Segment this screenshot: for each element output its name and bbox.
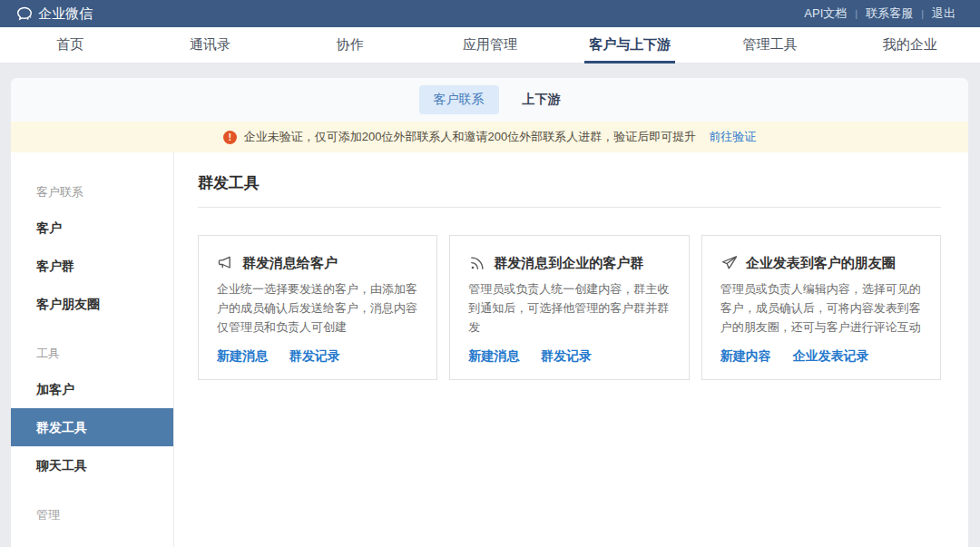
nav-tab-customers[interactable]: 客户与上下游 xyxy=(560,27,700,63)
card-description: 管理员或负责人统一创建内容，群主收到通知后，可选择他管理的客户群并群发 xyxy=(468,279,670,337)
card-title: 群发消息到企业的客户群 xyxy=(494,255,643,272)
go-verify-link[interactable]: 前往验证 xyxy=(709,129,756,145)
bulk-message-history-link[interactable]: 群发记录 xyxy=(289,348,340,365)
broadcast-icon xyxy=(468,254,486,272)
sidebar-item-add-customers[interactable]: 加客户 xyxy=(11,370,173,408)
sidebar-item-chat-tools[interactable]: 聊天工具 xyxy=(11,446,173,484)
sidebar-section-customer-contact: 客户联系 xyxy=(11,176,173,209)
new-content-link[interactable]: 新建内容 xyxy=(720,348,771,365)
logout-link[interactable]: 退出 xyxy=(924,5,964,22)
warning-icon: ! xyxy=(223,131,237,144)
app-logo[interactable]: 企业微信 xyxy=(16,5,93,23)
subtab-bar: 客户联系 上下游 xyxy=(11,78,968,122)
wework-admin-page: 企业微信 API文档 | 联系客服 | 退出 首页 通讯录 协作 应用管理 客户… xyxy=(0,0,980,547)
card-title: 企业发表到客户的朋友圈 xyxy=(746,255,896,272)
verification-banner: ! 企业未验证，仅可添加200位外部联系人和邀请200位外部联系人进群，验证后即… xyxy=(11,122,968,152)
nav-tab-contacts[interactable]: 通讯录 xyxy=(140,27,279,63)
company-publish-history-link[interactable]: 企业发表记录 xyxy=(793,348,869,365)
card-publish-to-customer-moments: 企业发表到客户的朋友圈 管理员或负责人编辑内容，选择可见的客户，成员确认后，可将… xyxy=(701,235,941,380)
nav-tab-apps[interactable]: 应用管理 xyxy=(420,27,560,63)
content-row: 客户联系 客户 客户群 客户朋友圈 工具 加客户 群发工具 聊天工具 管理 群发… xyxy=(11,152,968,547)
megaphone-icon xyxy=(217,254,235,272)
nav-tab-admin-tools[interactable]: 管理工具 xyxy=(700,27,839,63)
api-docs-link[interactable]: API文档 xyxy=(796,5,855,22)
topbar-links: API文档 | 联系客服 | 退出 xyxy=(796,5,964,22)
sidebar-item-bulk-message-tools[interactable]: 群发工具 xyxy=(11,408,173,446)
tool-cards: 群发消息给客户 企业统一选择要发送的客户，由添加客户的成员确认后发送给客户，消息… xyxy=(198,235,941,380)
title-divider xyxy=(198,207,941,208)
new-message-link[interactable]: 新建消息 xyxy=(217,348,268,365)
subtab-upstream-downstream[interactable]: 上下游 xyxy=(523,92,561,108)
card-title: 群发消息给客户 xyxy=(242,255,338,272)
paper-plane-icon xyxy=(720,254,739,272)
sidebar-section-management: 管理 xyxy=(11,499,173,532)
sidebar: 客户联系 客户 客户群 客户朋友圈 工具 加客户 群发工具 聊天工具 管理 xyxy=(11,152,174,547)
card-bulk-message-to-customer-groups: 群发消息到企业的客户群 管理员或负责人统一创建内容，群主收到通知后，可选择他管理… xyxy=(449,235,689,380)
sidebar-item-customer-moments[interactable]: 客户朋友圈 xyxy=(11,285,173,323)
app-logo-label: 企业微信 xyxy=(38,5,93,23)
nav-tab-collaboration[interactable]: 协作 xyxy=(280,27,420,63)
sidebar-section-tools: 工具 xyxy=(11,337,173,370)
bulk-message-history-link[interactable]: 群发记录 xyxy=(541,348,592,365)
primary-nav: 首页 通讯录 协作 应用管理 客户与上下游 管理工具 我的企业 xyxy=(0,27,980,63)
page-title: 群发工具 xyxy=(198,172,941,194)
new-message-link[interactable]: 新建消息 xyxy=(468,348,519,365)
chat-bubble-icon xyxy=(16,6,33,21)
content-panel: 客户联系 上下游 ! 企业未验证，仅可添加200位外部联系人和邀请200位外部联… xyxy=(11,78,968,547)
topbar: 企业微信 API文档 | 联系客服 | 退出 xyxy=(0,0,980,27)
main-content: 群发工具 群发消息给客户 xyxy=(174,152,968,547)
banner-text: 企业未验证，仅可添加200位外部联系人和邀请200位外部联系人进群，验证后即可提… xyxy=(244,129,696,145)
page-body: 客户联系 上下游 ! 企业未验证，仅可添加200位外部联系人和邀请200位外部联… xyxy=(0,63,980,547)
sidebar-item-customer-groups[interactable]: 客户群 xyxy=(11,247,173,285)
nav-tab-my-company[interactable]: 我的企业 xyxy=(840,27,980,63)
card-bulk-message-to-customers: 群发消息给客户 企业统一选择要发送的客户，由添加客户的成员确认后发送给客户，消息… xyxy=(198,235,437,380)
sidebar-item-customers[interactable]: 客户 xyxy=(11,209,173,247)
contact-support-link[interactable]: 联系客服 xyxy=(858,5,921,22)
card-description: 企业统一选择要发送的客户，由添加客户的成员确认后发送给客户，消息内容仅管理员和负… xyxy=(217,279,418,337)
subtab-customer-contact[interactable]: 客户联系 xyxy=(419,85,499,114)
card-description: 管理员或负责人编辑内容，选择可见的客户，成员确认后，可将内容发表到客户的朋友圈，… xyxy=(720,279,922,337)
nav-tab-home[interactable]: 首页 xyxy=(0,27,140,63)
